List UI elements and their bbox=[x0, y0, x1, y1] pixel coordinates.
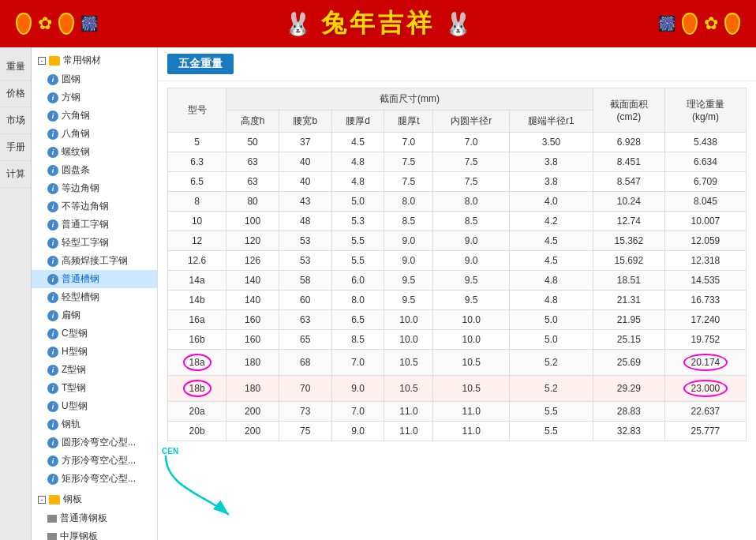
i-icon: i bbox=[47, 474, 58, 485]
nav-weight[interactable]: 重量 bbox=[0, 54, 31, 81]
sidebar-item-z-steel[interactable]: i Z型钢 bbox=[32, 361, 157, 379]
cell-b: 37 bbox=[279, 133, 331, 152]
table-row: 18b180709.010.510.55.229.2923.000 bbox=[168, 376, 747, 402]
cell-h: 200 bbox=[226, 422, 279, 441]
cell-area: 25.15 bbox=[593, 330, 664, 350]
sidebar-group-label: 常用钢材 bbox=[63, 54, 101, 67]
cell-h: 100 bbox=[226, 212, 279, 231]
table-row: 6.563404.87.57.53.88.5476.709 bbox=[168, 172, 747, 192]
header-title: 兔年吉祥 bbox=[321, 6, 435, 41]
cell-r1: 3.50 bbox=[509, 133, 593, 152]
cell-r1: 5.5 bbox=[509, 422, 593, 441]
sidebar-item-oct-steel[interactable]: i 八角钢 bbox=[32, 125, 157, 143]
cell-h: 50 bbox=[226, 133, 279, 152]
lantern-left-2 bbox=[58, 13, 74, 35]
cell-r1: 4.5 bbox=[509, 251, 593, 271]
cell-t: 9.0 bbox=[384, 251, 433, 271]
cell-h: 63 bbox=[226, 172, 279, 192]
i-icon: i bbox=[47, 183, 58, 194]
sidebar-item-rect-hollow[interactable]: i 矩形冷弯空心型... bbox=[32, 470, 157, 488]
cell-h: 126 bbox=[226, 251, 279, 271]
cell-area: 10.24 bbox=[593, 192, 664, 212]
sidebar-item-flat-steel[interactable]: i 扁钢 bbox=[32, 306, 157, 324]
sidebar-item-unequal-angle[interactable]: i 不等边角钢 bbox=[32, 197, 157, 216]
cell-t: 10.0 bbox=[384, 330, 433, 350]
cell-r1: 4.5 bbox=[509, 231, 593, 251]
cell-d: 5.5 bbox=[331, 251, 384, 271]
cell-r: 10.5 bbox=[433, 376, 510, 402]
nav-manual[interactable]: 手册 bbox=[0, 134, 31, 161]
i-icon: i bbox=[47, 74, 58, 85]
nav-calculate[interactable]: 计算 bbox=[0, 161, 31, 188]
col-t: 腿厚t bbox=[384, 111, 433, 133]
sidebar-item-equal-angle[interactable]: i 等边角钢 bbox=[32, 179, 157, 197]
sidebar-item-square-steel[interactable]: i 方钢 bbox=[32, 88, 157, 107]
sidebar-item-rebar[interactable]: i 螺纹钢 bbox=[32, 143, 157, 161]
lantern-right-2 bbox=[724, 13, 740, 35]
i-icon: i bbox=[47, 383, 58, 394]
sidebar-item-channel-steel[interactable]: i 普通槽钢 bbox=[32, 270, 157, 288]
cell-model: 10 bbox=[168, 212, 226, 231]
sidebar-item-i-beam[interactable]: i 普通工字钢 bbox=[32, 216, 157, 234]
sidebar-item-hex-steel[interactable]: i 六角钢 bbox=[32, 107, 157, 125]
i-icon: i bbox=[47, 201, 58, 212]
nav-price[interactable]: 价格 bbox=[0, 81, 31, 107]
cell-r: 9.5 bbox=[433, 291, 510, 310]
table-row: 20a200737.011.011.05.528.8322.637 bbox=[168, 402, 747, 422]
cell-h: 63 bbox=[226, 152, 279, 172]
cell-model: 8 bbox=[168, 192, 226, 212]
i-icon: i bbox=[47, 256, 58, 267]
sidebar-item-light-channel[interactable]: i 轻型槽钢 bbox=[32, 288, 157, 306]
cell-h: 180 bbox=[226, 376, 279, 402]
sidebar-item-u-steel[interactable]: i U型钢 bbox=[32, 397, 157, 415]
sidebar-item-rail[interactable]: i 钢轨 bbox=[32, 415, 157, 433]
table-row: 14a140586.09.59.54.818.5114.535 bbox=[168, 271, 747, 291]
sidebar-group-plate-label: 钢板 bbox=[63, 493, 82, 506]
cell-b: 40 bbox=[279, 172, 331, 192]
cell-model: 6.3 bbox=[168, 152, 226, 172]
cell-r1: 3.8 bbox=[509, 172, 593, 192]
cell-r1: 4.8 bbox=[509, 271, 593, 291]
sidebar-group-steel-plate[interactable]: - 钢板 bbox=[32, 489, 157, 509]
cell-r: 8.5 bbox=[433, 212, 510, 231]
sidebar-group-common-steel[interactable]: - 常用钢材 bbox=[32, 51, 157, 70]
cell-area: 8.451 bbox=[593, 152, 664, 172]
sidebar-item-c-steel[interactable]: i C型钢 bbox=[32, 324, 157, 343]
cell-r1: 5.0 bbox=[509, 330, 593, 350]
sidebar-item-light-i-beam[interactable]: i 轻型工字钢 bbox=[32, 234, 157, 252]
sidebar-item-round-steel[interactable]: i 圆钢 bbox=[32, 70, 157, 88]
col-b: 腰宽b bbox=[279, 111, 331, 133]
cell-model: 20b bbox=[168, 422, 226, 441]
nav-market[interactable]: 市场 bbox=[0, 107, 31, 134]
sidebar-item-round-hollow[interactable]: i 圆形冷弯空心型... bbox=[32, 433, 157, 452]
sidebar-item-h-steel[interactable]: i H型钢 bbox=[32, 343, 157, 361]
page-title-bar: 五金重量 bbox=[158, 47, 756, 81]
sidebar-item-square-hollow[interactable]: i 方形冷弯空心型... bbox=[32, 452, 157, 470]
cell-area: 12.74 bbox=[593, 212, 664, 231]
cell-t: 9.5 bbox=[384, 271, 433, 291]
cell-r: 10.0 bbox=[433, 330, 510, 350]
rect-icon bbox=[47, 533, 57, 541]
cell-h: 140 bbox=[226, 291, 279, 310]
cell-h: 160 bbox=[226, 330, 279, 350]
sidebar-item-hf-weld-i-beam[interactable]: i 高频焊接工字钢 bbox=[32, 252, 157, 270]
cell-h: 120 bbox=[226, 231, 279, 251]
cell-weight: 23.000 bbox=[664, 376, 746, 402]
header-banner: ✿ 🎆 🎆 ✿ 🐰 兔年吉祥 🐰 bbox=[0, 0, 756, 47]
cell-b: 58 bbox=[279, 271, 331, 291]
cell-r1: 5.5 bbox=[509, 402, 593, 422]
table-row: 12.6126535.59.09.04.515.69212.318 bbox=[168, 251, 747, 271]
cell-weight: 12.318 bbox=[664, 251, 746, 271]
cell-r1: 5.2 bbox=[509, 376, 593, 402]
i-icon: i bbox=[47, 292, 58, 303]
sidebar-item-t-steel[interactable]: i T型钢 bbox=[32, 379, 157, 397]
sidebar-item-wire-rod[interactable]: i 圆盘条 bbox=[32, 161, 157, 179]
sidebar-item-thin-plate[interactable]: 普通薄钢板 bbox=[32, 509, 157, 527]
i-icon: i bbox=[47, 111, 58, 122]
rect-icon bbox=[47, 515, 57, 523]
cell-r: 7.0 bbox=[433, 133, 510, 152]
cell-b: 63 bbox=[279, 310, 331, 330]
folder-icon bbox=[49, 56, 60, 66]
cell-h: 200 bbox=[226, 402, 279, 422]
sidebar-item-thick-plate[interactable]: 中厚钢板 bbox=[32, 527, 157, 540]
